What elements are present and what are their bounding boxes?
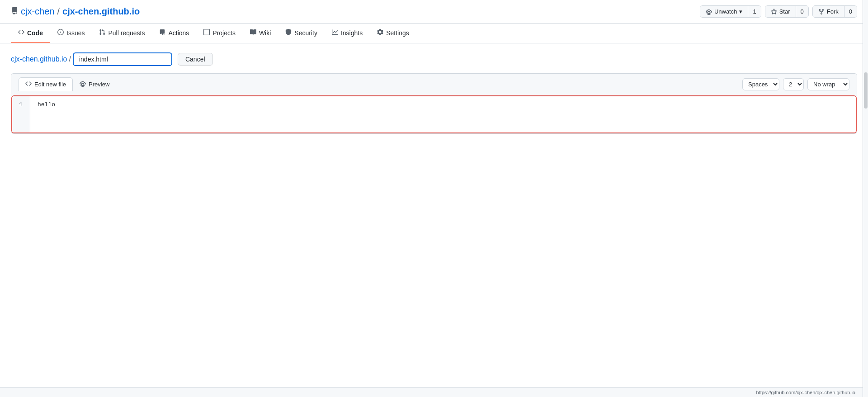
- tab-actions[interactable]: Actions: [152, 24, 196, 43]
- code-content[interactable]: hello: [30, 96, 856, 132]
- tab-actions-label: Actions: [168, 29, 189, 37]
- fork-button[interactable]: Fork: [813, 6, 844, 17]
- tab-wiki-label: Wiki: [259, 29, 271, 37]
- spaces-select[interactable]: Spaces Tabs: [742, 78, 779, 90]
- insights-icon: [332, 29, 338, 37]
- wiki-icon: [250, 29, 256, 37]
- unwatch-dropdown-icon: ▾: [739, 8, 742, 15]
- tab-pull-requests[interactable]: Pull requests: [92, 24, 152, 43]
- tab-insights-label: Insights: [341, 29, 363, 37]
- code-icon: [18, 29, 24, 37]
- line-number-1: 1: [18, 100, 23, 110]
- editor-body: 1 hello: [12, 96, 856, 132]
- top-header: cjx-chen / cjx-chen.github.io Unwatch ▾ …: [0, 0, 868, 24]
- indent-select[interactable]: 2 4 8: [783, 78, 804, 90]
- header-actions: Unwatch ▾ 1 Star 0 Fork 0: [700, 5, 857, 18]
- security-icon: [285, 29, 292, 37]
- issues-icon: [57, 29, 64, 37]
- repo-separator: /: [57, 6, 60, 17]
- editor-controls: Spaces Tabs 2 4 8 No wrap Soft wrap: [742, 78, 849, 90]
- tab-edit-file[interactable]: Edit new file: [19, 77, 73, 91]
- editor-container: Edit new file Preview Spaces Tabs 2 4: [11, 73, 857, 134]
- star-button[interactable]: Star: [765, 6, 796, 17]
- tab-wiki[interactable]: Wiki: [243, 24, 278, 43]
- tab-projects-label: Projects: [212, 29, 236, 37]
- tab-projects[interactable]: Projects: [196, 24, 243, 43]
- repo-name-link[interactable]: cjx-chen.github.io: [62, 6, 140, 17]
- breadcrumb-row: cjx-chen.github.io / Cancel: [11, 52, 857, 66]
- page-content: cjx-chen.github.io / Cancel Edit new fil…: [0, 43, 868, 386]
- tab-issues-label: Issues: [66, 29, 85, 37]
- tab-issues[interactable]: Issues: [50, 24, 92, 43]
- breadcrumb-sep: /: [69, 55, 71, 63]
- scrollbar-thumb: [864, 72, 868, 109]
- repo-title: cjx-chen / cjx-chen.github.io: [11, 6, 140, 17]
- unwatch-group: Unwatch ▾ 1: [700, 5, 761, 18]
- cancel-button[interactable]: Cancel: [178, 53, 213, 66]
- tab-security[interactable]: Security: [278, 24, 325, 43]
- settings-icon: [377, 29, 383, 37]
- repo-icon: [11, 7, 18, 16]
- unwatch-count[interactable]: 1: [748, 6, 760, 17]
- editor-code-area: 1 hello: [11, 95, 857, 133]
- star-group: Star 0: [765, 5, 809, 18]
- unwatch-button[interactable]: Unwatch ▾: [700, 6, 749, 17]
- pull-requests-icon: [99, 29, 105, 37]
- edit-icon: [25, 80, 32, 88]
- tab-preview[interactable]: Preview: [73, 77, 116, 91]
- star-count[interactable]: 0: [796, 6, 808, 17]
- code-line-1: hello: [38, 100, 849, 110]
- fork-count[interactable]: 0: [844, 6, 857, 17]
- tab-code-label: Code: [27, 29, 43, 37]
- projects-icon: [203, 29, 210, 37]
- filename-input[interactable]: [73, 52, 172, 66]
- tab-security-label: Security: [294, 29, 317, 37]
- tab-code[interactable]: Code: [11, 24, 50, 43]
- fork-group: Fork 0: [812, 5, 857, 18]
- editor-toolbar: Edit new file Preview Spaces Tabs 2 4: [11, 74, 857, 95]
- nav-tabs: Code Issues Pull requests Actions Projec…: [0, 24, 868, 43]
- preview-icon: [80, 80, 86, 88]
- tab-insights[interactable]: Insights: [325, 24, 370, 43]
- tab-settings-label: Settings: [386, 29, 409, 37]
- preview-label: Preview: [89, 81, 109, 88]
- repo-owner-link[interactable]: cjx-chen: [21, 6, 54, 17]
- breadcrumb-repo-link[interactable]: cjx-chen.github.io: [11, 55, 67, 63]
- wrap-select[interactable]: No wrap Soft wrap: [807, 78, 849, 90]
- edit-file-label: Edit new file: [34, 81, 66, 88]
- line-numbers: 1: [12, 96, 30, 132]
- scrollbar[interactable]: [863, 0, 868, 386]
- tab-settings[interactable]: Settings: [370, 24, 416, 43]
- actions-icon: [159, 29, 165, 37]
- editor-tabs: Edit new file Preview: [19, 77, 116, 91]
- tab-pullrequests-label: Pull requests: [108, 29, 145, 37]
